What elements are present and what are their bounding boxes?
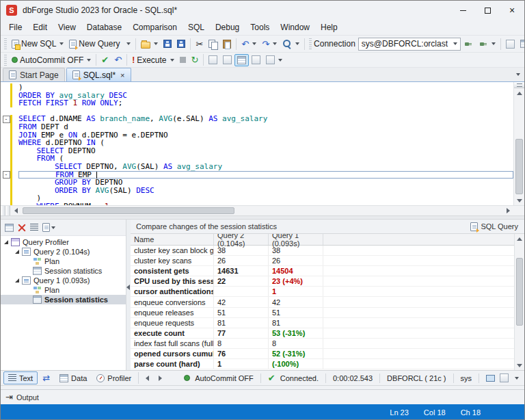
code-lines[interactable]: )ORDER BY avg_salary DESCFETCH FIRST 1 R… [1, 82, 513, 205]
stats-row[interactable]: CPU used by this session2223 (+4%) [131, 276, 514, 287]
clear-results-button[interactable] [29, 222, 40, 233]
editor-horizontal-scrollbar[interactable] [1, 205, 524, 215]
save-all-button[interactable] [174, 38, 188, 50]
scroll-down-button[interactable] [514, 196, 524, 205]
delete-result-button[interactable] [16, 222, 27, 233]
view-data-button[interactable]: Data [55, 371, 92, 384]
redo-button[interactable]: ↷ [259, 38, 280, 51]
query-profiling-mode-button[interactable]: ↻ [189, 53, 202, 66]
hsplit-grip[interactable] [5, 206, 10, 215]
stats-column-header[interactable]: Query 2 (0.104s) [214, 234, 269, 245]
stats-row[interactable]: cluster key scans2626 [131, 256, 514, 266]
stop-execution-button[interactable] [177, 55, 189, 65]
toolbar-grip[interactable] [309, 38, 312, 49]
disconnect-button[interactable] [476, 37, 498, 51]
sql-query-button[interactable]: SQL Query [467, 222, 522, 232]
scroll-right-button[interactable] [502, 206, 513, 215]
tree-item-query-profiler[interactable]: Query Profiler [1, 237, 126, 247]
scroll-thumb[interactable] [515, 139, 523, 194]
commit-button[interactable]: ✔ [98, 53, 111, 66]
tree-expander-icon[interactable] [14, 248, 21, 255]
menu-comparison[interactable]: Comparison [127, 21, 183, 34]
menu-view[interactable]: View [53, 21, 81, 34]
profiler-mode-toggle[interactable] [234, 54, 249, 66]
stats-vertical-scrollbar[interactable] [514, 234, 524, 370]
stats-row[interactable]: consistent gets1463114504 [131, 266, 514, 276]
stats-row[interactable]: execute count7753 (-31%) [131, 328, 514, 339]
stats-column-header[interactable]: Query 1 (0.093s) [269, 234, 323, 245]
autocommit-status-label[interactable]: AutoCommit OFF [195, 374, 254, 382]
rollback-button[interactable]: ↶ [111, 53, 124, 66]
output-panel-bar[interactable]: ⇥ Output [1, 389, 524, 404]
scroll-track[interactable] [514, 98, 524, 196]
undo-button[interactable]: ↶ [239, 38, 259, 51]
fold-collapse-icon[interactable] [2, 171, 10, 179]
tree-item-session-statistics[interactable]: Session statistics [1, 266, 126, 276]
new-sql-button[interactable]: New SQL [9, 37, 66, 51]
fold-collapse-icon[interactable] [2, 115, 10, 123]
screen-icon[interactable] [486, 375, 495, 382]
paste-button[interactable] [220, 38, 234, 51]
tree-item-plan[interactable]: Plan [1, 285, 126, 295]
scroll-track[interactable] [21, 206, 502, 215]
code-line-9[interactable]: SELECT DEPTNO [2, 147, 513, 155]
execute-button[interactable]: ! Execute [129, 53, 176, 67]
scroll-up-button[interactable] [514, 88, 524, 98]
layout-icon[interactable] [500, 373, 509, 382]
stats-row[interactable]: enqueue requests8181 [131, 318, 514, 328]
cut-button[interactable]: ✂ [193, 38, 206, 51]
tree-item-query-2-0-104s-[interactable]: Query 2 (0.104s) [1, 247, 126, 257]
menu-window[interactable]: Window [275, 21, 315, 34]
copy-button[interactable] [206, 38, 220, 51]
scroll-track[interactable] [515, 244, 524, 360]
tab-start-page[interactable]: Start Page [3, 68, 65, 81]
open-file-button[interactable] [138, 38, 161, 51]
stats-row[interactable]: cluster key scan block gets3838 [131, 246, 514, 256]
tree-expander-icon[interactable] [14, 277, 21, 284]
connect-button[interactable] [461, 37, 476, 51]
menu-tools[interactable]: Tools [245, 21, 275, 34]
view-text-button[interactable]: Text [3, 371, 38, 384]
results-pane-button[interactable] [220, 53, 234, 66]
connection-combobox[interactable]: sys@DBFORCL:orclast [358, 38, 461, 51]
tree-item-session-statistics[interactable]: Session statistics [1, 295, 126, 304]
toolbar-grip[interactable] [4, 38, 7, 49]
new-document-dropdown[interactable] [122, 40, 133, 47]
code-line-5[interactable]: SELECT d.DNAME AS branch_name, AVG(e.SAL… [2, 115, 513, 123]
scroll-left-button[interactable] [10, 206, 21, 215]
menu-sql[interactable]: SQL [183, 21, 210, 34]
results-window-button[interactable] [206, 53, 220, 66]
data-grid-button[interactable] [517, 38, 525, 50]
code-line-3[interactable]: FETCH FIRST 1 ROW ONLY; [2, 99, 513, 107]
editor-vertical-scrollbar[interactable] [513, 82, 524, 205]
scroll-thumb[interactable] [516, 258, 523, 326]
autocommit-toggle[interactable]: AutoCommit OFF [9, 53, 94, 67]
maximize-button[interactable] [475, 1, 500, 20]
menu-database[interactable]: Database [81, 21, 127, 34]
menu-edit[interactable]: Edit [27, 21, 53, 34]
scroll-up-button[interactable] [515, 234, 524, 244]
tree-item-query-1-0-093s-[interactable]: Query 1 (0.093s) [1, 276, 126, 285]
stats-row[interactable]: cursor authentications1 [131, 287, 514, 297]
menu-file[interactable]: File [3, 21, 27, 34]
layout-options-button[interactable] [263, 53, 285, 66]
toolbar-grip[interactable] [4, 55, 7, 66]
stats-row[interactable]: parse count (hard)1(-100%) [131, 359, 514, 369]
editor-split-grip[interactable] [514, 82, 524, 88]
save-button[interactable] [161, 38, 174, 50]
tab-close-icon[interactable]: × [120, 71, 124, 79]
profiling-result-button[interactable] [3, 222, 15, 233]
stats-row[interactable]: opened cursors cumulative7652 (-31%) [131, 349, 514, 359]
document-map-button[interactable] [503, 38, 517, 51]
layout-grid-button[interactable] [249, 53, 263, 66]
scroll-down-button[interactable] [515, 360, 524, 370]
next-result-button[interactable] [154, 371, 167, 384]
tree-item-plan[interactable]: Plan [1, 257, 126, 266]
report-button[interactable] [41, 222, 57, 233]
close-button[interactable]: × [500, 1, 524, 20]
swap-layout-button[interactable]: ⇄ [38, 371, 55, 384]
sql-editor[interactable]: )ORDER BY avg_salary DESCFETCH FIRST 1 R… [1, 82, 524, 215]
tree-table-splitter[interactable] [126, 220, 131, 370]
view-profiler-button[interactable]: Profiler [92, 371, 136, 384]
menu-debug[interactable]: Debug [210, 21, 245, 34]
